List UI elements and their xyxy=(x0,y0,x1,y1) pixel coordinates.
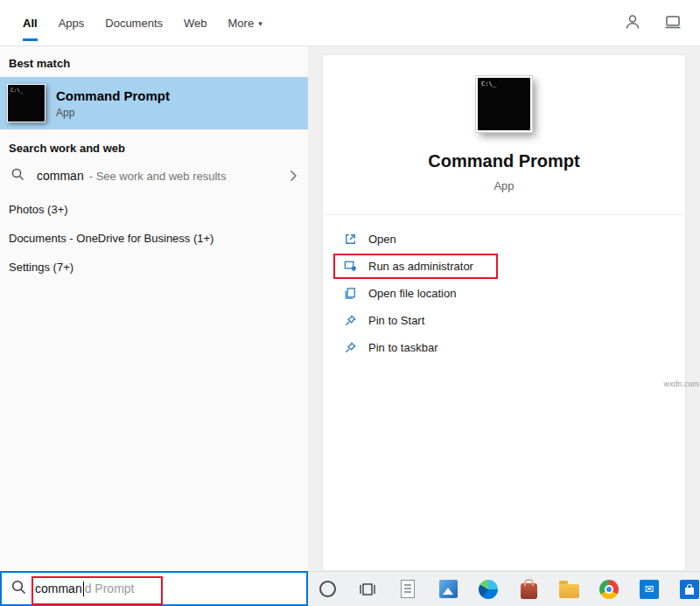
tab-web[interactable]: Web xyxy=(184,0,207,46)
search-filter-bar: All Apps Documents Web More xyxy=(0,0,700,46)
tab-apps-label: Apps xyxy=(59,17,85,30)
edge-icon[interactable] xyxy=(478,578,499,601)
app-preview-panel: C:\_ Command Prompt App Open xyxy=(322,54,686,571)
tab-apps[interactable]: Apps xyxy=(59,0,85,46)
search-web-header: Search work and web xyxy=(9,142,125,155)
suggestion-query: comman xyxy=(37,169,84,183)
tab-all[interactable]: All xyxy=(23,0,38,46)
watermark: wxdn.com xyxy=(663,380,699,388)
search-typed-text: comman xyxy=(35,582,82,596)
search-icon xyxy=(10,167,24,185)
preview-title: Command Prompt xyxy=(323,151,685,171)
action-label: Run as administrator xyxy=(368,260,473,273)
terminal-glyph: C:\_ xyxy=(481,80,496,87)
action-label: Pin to taskbar xyxy=(368,341,438,354)
windows-search-flyout: All Apps Documents Web More xyxy=(0,0,700,606)
category-photos[interactable]: Photos (3+) xyxy=(0,195,308,224)
photos-icon[interactable] xyxy=(438,578,458,601)
pin-icon xyxy=(342,313,358,329)
best-match-subtitle: App xyxy=(56,107,170,119)
action-label: Open xyxy=(368,233,396,246)
action-run-as-administrator[interactable]: Run as administrator xyxy=(333,254,498,279)
divider xyxy=(323,214,685,215)
web-suggestion-row[interactable]: comman - See work and web results xyxy=(0,160,308,192)
tab-more[interactable]: More xyxy=(228,0,262,46)
search-tabs: All Apps Documents Web More xyxy=(23,0,262,46)
cortana-icon[interactable] xyxy=(317,578,338,601)
action-label: Pin to Start xyxy=(368,314,424,327)
category-settings[interactable]: Settings (7+) xyxy=(0,253,308,282)
pin-icon xyxy=(342,340,358,356)
tab-documents-label: Documents xyxy=(105,17,163,30)
chrome-icon[interactable] xyxy=(598,578,620,601)
shopping-bag-icon[interactable] xyxy=(518,578,539,601)
taskbar xyxy=(308,571,700,606)
action-pin-to-taskbar[interactable]: Pin to taskbar xyxy=(333,335,463,360)
command-prompt-icon-large: C:\_ xyxy=(476,76,532,132)
context-actions: Open Run as administrator Open file xyxy=(333,226,498,360)
action-pin-to-start[interactable]: Pin to Start xyxy=(333,308,449,333)
user-account-icon[interactable] xyxy=(623,12,642,35)
task-view-icon[interactable] xyxy=(357,578,378,601)
chevron-down-icon xyxy=(258,19,262,28)
tab-web-label: Web xyxy=(184,17,207,30)
open-icon xyxy=(342,232,358,247)
best-match-title: Command Prompt xyxy=(56,88,170,103)
preview-subtitle: App xyxy=(323,179,685,192)
category-documents-onedrive[interactable]: Documents - OneDrive for Business (1+) xyxy=(0,224,308,253)
best-match-result[interactable]: C:\_ Command Prompt App xyxy=(0,77,308,129)
best-match-header: Best match xyxy=(9,57,70,70)
file-explorer-icon[interactable] xyxy=(558,578,579,601)
search-results-panel: Best match C:\_ Command Prompt App Searc… xyxy=(0,46,308,571)
suggestion-hint: - See work and web results xyxy=(89,170,227,183)
tab-more-label: More xyxy=(228,17,255,30)
command-prompt-icon: C:\_ xyxy=(7,84,46,122)
text-caret xyxy=(83,582,84,596)
document-icon[interactable] xyxy=(397,578,418,601)
mail-icon[interactable] xyxy=(639,578,660,601)
search-autocomplete-text: d Prompt xyxy=(85,582,135,596)
store-icon[interactable] xyxy=(679,578,700,601)
device-icon[interactable] xyxy=(663,12,682,35)
search-input[interactable]: comman d Prompt xyxy=(0,571,308,606)
chevron-right-icon xyxy=(290,170,298,182)
action-label: Open file location xyxy=(368,287,456,300)
tab-documents[interactable]: Documents xyxy=(105,0,163,46)
tab-all-label: All xyxy=(23,17,38,30)
action-open-file-location[interactable]: Open file location xyxy=(333,281,480,306)
action-open[interactable]: Open xyxy=(333,226,421,252)
open-file-location-icon xyxy=(342,286,358,302)
terminal-glyph: C:\_ xyxy=(10,87,23,93)
search-icon xyxy=(10,579,26,598)
run-as-admin-icon xyxy=(342,259,358,275)
